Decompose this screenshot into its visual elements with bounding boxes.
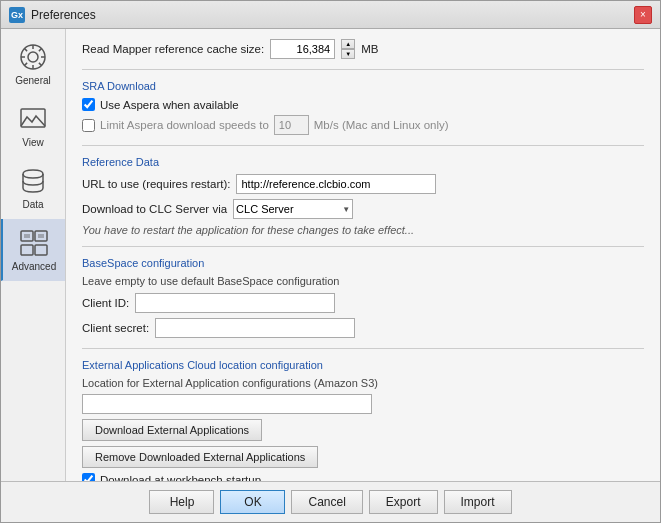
content-scroll-area: Read Mapper reference cache size: ▲ ▼ MB… bbox=[66, 29, 660, 481]
basespace-subtitle: Leave empty to use default BaseSpace con… bbox=[82, 275, 644, 287]
general-icon bbox=[17, 41, 49, 73]
footer-bar: Help OK Cancel Export Import bbox=[1, 481, 660, 522]
sidebar-item-view[interactable]: View bbox=[1, 95, 65, 157]
sra-section-title: SRA Download bbox=[82, 80, 644, 92]
svg-rect-13 bbox=[21, 245, 33, 255]
svg-line-6 bbox=[24, 48, 27, 51]
aspera-checkbox[interactable] bbox=[82, 98, 95, 111]
aspera-checkbox-row: Use Aspera when available bbox=[82, 98, 644, 111]
download-server-select-wrapper: CLC Server Direct FTP ▼ bbox=[233, 199, 353, 219]
app-icon: Gx bbox=[9, 7, 25, 23]
client-id-input[interactable] bbox=[135, 293, 335, 313]
url-input[interactable] bbox=[236, 174, 436, 194]
startup-label: Download at workbench startup bbox=[100, 474, 261, 482]
cache-spinner-up[interactable]: ▲ bbox=[341, 39, 355, 49]
data-icon bbox=[17, 165, 49, 197]
remove-external-btn[interactable]: Remove Downloaded External Applications bbox=[82, 446, 318, 468]
cache-spinner-down[interactable]: ▼ bbox=[341, 49, 355, 59]
sidebar-label-advanced: Advanced bbox=[12, 261, 56, 272]
sidebar-label-view: View bbox=[22, 137, 44, 148]
location-input[interactable] bbox=[82, 394, 372, 414]
limit-unit: Mb/s (Mac and Linux only) bbox=[314, 119, 449, 131]
limit-checkbox-row: Limit Aspera download speeds to Mb/s (Ma… bbox=[82, 115, 644, 135]
location-row bbox=[82, 394, 644, 414]
preferences-dialog: Gx Preferences × bbox=[0, 0, 661, 523]
svg-point-1 bbox=[28, 52, 38, 62]
download-server-row: Download to CLC Server via CLC Server Di… bbox=[82, 199, 644, 219]
url-row: URL to use (requires restart): bbox=[82, 174, 644, 194]
aspera-label: Use Aspera when available bbox=[100, 99, 239, 111]
location-label: Location for External Application config… bbox=[82, 377, 644, 389]
sidebar-item-data[interactable]: Data bbox=[1, 157, 65, 219]
svg-rect-10 bbox=[21, 109, 45, 127]
client-id-row: Client ID: bbox=[82, 293, 644, 313]
external-apps-section-title: External Applications Cloud location con… bbox=[82, 359, 644, 371]
cache-unit: MB bbox=[361, 43, 378, 55]
cancel-button[interactable]: Cancel bbox=[291, 490, 362, 514]
client-secret-row: Client secret: bbox=[82, 318, 644, 338]
cache-label: Read Mapper reference cache size: bbox=[82, 43, 264, 55]
view-icon bbox=[17, 103, 49, 135]
close-button[interactable]: × bbox=[634, 6, 652, 24]
sidebar-label-data: Data bbox=[22, 199, 43, 210]
reference-section-title: Reference Data bbox=[82, 156, 644, 168]
window-title: Preferences bbox=[31, 8, 96, 22]
startup-checkbox[interactable] bbox=[82, 473, 95, 481]
svg-line-8 bbox=[39, 48, 42, 51]
client-secret-input[interactable] bbox=[155, 318, 355, 338]
advanced-icon bbox=[18, 227, 50, 259]
client-secret-label: Client secret: bbox=[82, 322, 149, 334]
scrollable-panel[interactable]: Read Mapper reference cache size: ▲ ▼ MB… bbox=[66, 29, 660, 481]
ok-button[interactable]: OK bbox=[220, 490, 285, 514]
download-external-btn[interactable]: Download External Applications bbox=[82, 419, 262, 441]
svg-line-7 bbox=[39, 63, 42, 66]
sidebar-item-general[interactable]: General bbox=[1, 33, 65, 95]
cache-input[interactable] bbox=[270, 39, 335, 59]
download-server-label: Download to CLC Server via bbox=[82, 203, 227, 215]
svg-rect-14 bbox=[35, 245, 47, 255]
download-server-select[interactable]: CLC Server Direct FTP bbox=[233, 199, 353, 219]
limit-checkbox[interactable] bbox=[82, 119, 95, 132]
sidebar-item-advanced[interactable]: Advanced bbox=[1, 219, 65, 281]
svg-rect-15 bbox=[24, 234, 30, 238]
basespace-section-title: BaseSpace configuration bbox=[82, 257, 644, 269]
client-id-label: Client ID: bbox=[82, 297, 129, 309]
sidebar-label-general: General bbox=[15, 75, 51, 86]
startup-checkbox-row: Download at workbench startup bbox=[82, 473, 644, 481]
main-content: General View bbox=[1, 29, 660, 481]
url-label: URL to use (requires restart): bbox=[82, 178, 230, 190]
download-ext-row: Download External Applications bbox=[82, 419, 644, 441]
limit-label: Limit Aspera download speeds to bbox=[100, 119, 269, 131]
title-bar-left: Gx Preferences bbox=[9, 7, 96, 23]
limit-speed-input[interactable] bbox=[274, 115, 309, 135]
export-button[interactable]: Export bbox=[369, 490, 438, 514]
remove-ext-row: Remove Downloaded External Applications bbox=[82, 446, 644, 468]
help-button[interactable]: Help bbox=[149, 490, 214, 514]
svg-line-9 bbox=[24, 63, 27, 66]
restart-note: You have to restart the application for … bbox=[82, 224, 644, 236]
cache-spinner: ▲ ▼ bbox=[341, 39, 355, 59]
title-bar: Gx Preferences × bbox=[1, 1, 660, 29]
import-button[interactable]: Import bbox=[444, 490, 512, 514]
sidebar: General View bbox=[1, 29, 66, 481]
cache-row: Read Mapper reference cache size: ▲ ▼ MB bbox=[82, 39, 644, 59]
svg-rect-16 bbox=[38, 234, 44, 238]
